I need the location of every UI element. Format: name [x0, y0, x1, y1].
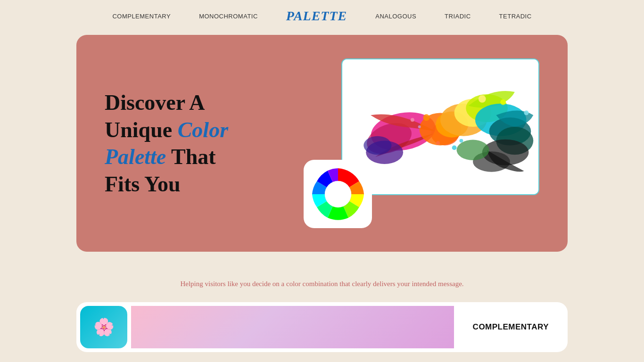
hero-text: Discover A Unique Color Palette That Fit… [105, 89, 228, 197]
complementary-label: COMPLEMENTARY [454, 322, 568, 332]
hero-heading: Discover A Unique Color Palette That Fit… [105, 89, 228, 197]
svg-point-18 [500, 99, 506, 105]
svg-point-25 [436, 141, 440, 145]
nav-monochromatic[interactable]: MONOCHROMATIC [199, 13, 258, 20]
tagline-section: Helping visitors like you decide on a co… [0, 266, 644, 297]
svg-point-22 [418, 125, 421, 128]
nav-brand[interactable]: PALETTE [286, 8, 347, 24]
flower-icon: 🌸 [93, 317, 115, 337]
svg-point-19 [524, 110, 529, 115]
thumb-cyan: 🌸 [80, 306, 127, 348]
svg-point-27 [325, 181, 351, 207]
bottom-preview-card: 🌸 COMPLEMENTARY [76, 302, 568, 352]
color-wheel-svg [310, 166, 366, 222]
nav-analogous[interactable]: ANALOGOUS [375, 13, 416, 20]
svg-point-21 [411, 118, 414, 122]
gradient-area [131, 306, 454, 348]
tagline-text: Helping visitors like you decide on a co… [0, 280, 644, 288]
nav-triadic[interactable]: TRIADIC [445, 13, 471, 20]
hero-images [304, 58, 539, 228]
svg-point-17 [479, 95, 486, 103]
hero-card: Discover A Unique Color Palette That Fit… [76, 35, 568, 252]
svg-point-20 [423, 114, 430, 121]
svg-point-16 [457, 140, 489, 160]
svg-point-5 [363, 136, 391, 155]
nav-tetradic[interactable]: TETRADIC [499, 13, 532, 20]
svg-point-23 [459, 139, 463, 143]
svg-point-24 [452, 145, 457, 150]
nav-complementary[interactable]: COMPLEMENTARY [112, 13, 171, 20]
navigation: COMPLEMENTARY MONOCHROMATIC PALETTE ANAL… [0, 0, 644, 30]
color-wheel-image [304, 160, 372, 228]
